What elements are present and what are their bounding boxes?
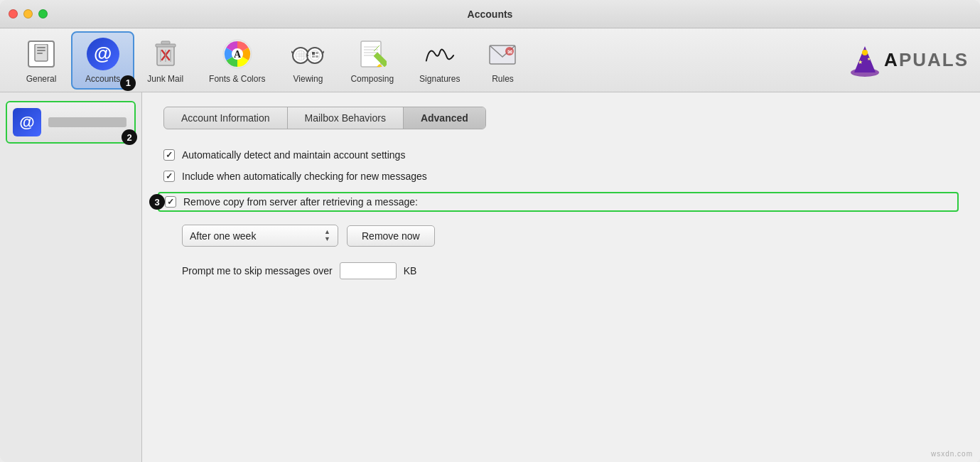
viewing-icon [291, 41, 324, 67]
after-one-week-dropdown[interactable]: After one week ▲ ▼ [182, 225, 338, 247]
junk-mail-icon [151, 38, 180, 70]
viewing-label: Viewing [294, 74, 323, 84]
main-panel: Account Information Mailbox Behaviors Ad… [142, 92, 980, 462]
dropdown-down-arrow: ▼ [324, 236, 330, 242]
tab-advanced[interactable]: Advanced [404, 107, 485, 129]
dropdown-stepper: ▲ ▼ [324, 229, 330, 242]
settings-section: Automatically detect and maintain accoun… [163, 149, 959, 279]
toolbar-item-rules[interactable]: ✉ Rules [473, 33, 532, 88]
logo-icon: ★ ★ [847, 43, 883, 78]
toolbar-item-general[interactable]: General [11, 33, 71, 88]
rules-icon-wrapper: ✉ [485, 37, 519, 71]
accounts-icon: @ [87, 38, 119, 70]
close-button[interactable] [9, 9, 18, 18]
toolbar-item-accounts[interactable]: @ Accounts 1 [71, 31, 134, 90]
window-title: Accounts [468, 9, 513, 20]
badge-1: 1 [120, 75, 136, 91]
svg-text:✉: ✉ [507, 49, 512, 55]
signatures-icon [423, 41, 457, 67]
prompt-label: Prompt me to skip messages over [182, 265, 333, 276]
composing-icon [358, 38, 387, 70]
checkbox-auto-detect[interactable] [163, 149, 175, 161]
svg-text:★: ★ [867, 57, 871, 61]
checkbox-remove-copy-label: Remove copy from server after retrieving… [183, 196, 418, 208]
svg-line-18 [291, 51, 293, 53]
tab-bar: Account Information Mailbox Behaviors Ad… [163, 107, 486, 129]
minimize-button[interactable] [23, 9, 33, 18]
fonts-colors-icon-wrapper: A [220, 37, 254, 71]
rules-label: Rules [492, 74, 514, 84]
svg-point-15 [293, 48, 308, 63]
svg-rect-3 [37, 53, 43, 54]
tab-mailbox-behaviors[interactable]: Mailbox Behaviors [288, 107, 404, 129]
rules-icon: ✉ [487, 38, 518, 70]
toolbar-item-composing[interactable]: Composing [338, 33, 406, 88]
general-icon-wrapper [24, 37, 58, 71]
junk-mail-icon-wrapper [149, 37, 183, 71]
svg-rect-27 [312, 52, 315, 55]
tab-account-information[interactable]: Account Information [164, 107, 288, 129]
viewing-icon-wrapper [291, 37, 325, 71]
svg-text:A: A [234, 49, 242, 60]
logo-text: APUALS [884, 49, 969, 71]
checkbox-auto-detect-label: Automatically detect and maintain accoun… [182, 149, 405, 161]
checkbox-include-checking-label: Include when automatically checking for … [182, 171, 427, 182]
content-area: @ 2 Account Information Mailbox Behavior… [0, 92, 980, 462]
badge-3: 3 [149, 194, 165, 210]
checkbox-row-2: Include when automatically checking for … [163, 171, 959, 182]
logo-area: ★ ★ APUALS [847, 43, 969, 78]
toolbar-item-viewing[interactable]: Viewing [278, 33, 338, 88]
maximize-button[interactable] [38, 9, 48, 18]
toolbar-item-fonts-colors[interactable]: A Fonts & Colors [196, 33, 278, 88]
accounts-label: Accounts [85, 74, 120, 84]
badge-2: 2 [122, 129, 137, 145]
prompt-row: Prompt me to skip messages over KB [182, 262, 959, 279]
general-icon [28, 41, 55, 68]
svg-point-44 [862, 50, 868, 55]
junk-mail-label: Junk Mail [147, 74, 183, 84]
title-bar: Accounts [0, 0, 980, 28]
svg-rect-1 [37, 47, 45, 48]
toolbar: General @ Accounts 1 [0, 28, 980, 92]
mail-preferences-window: Accounts General @ Acco [0, 0, 980, 462]
composing-label: Composing [350, 74, 394, 84]
svg-rect-28 [316, 52, 318, 54]
sidebar-account-item[interactable]: @ 2 [6, 101, 136, 144]
kb-label: KB [404, 265, 417, 276]
checkbox-include-checking[interactable] [163, 171, 175, 182]
accounts-icon-wrapper: @ [86, 37, 120, 71]
checkbox-row-1: Automatically detect and maintain accoun… [163, 149, 959, 161]
signatures-icon-wrapper [423, 37, 457, 71]
svg-line-19 [323, 51, 324, 53]
traffic-lights [9, 9, 48, 18]
toolbar-item-junk-mail[interactable]: Junk Mail [134, 33, 196, 88]
fonts-colors-icon: A [222, 38, 253, 70]
svg-rect-30 [316, 55, 318, 58]
dropdown-up-arrow: ▲ [324, 229, 330, 235]
signatures-label: Signatures [419, 74, 460, 84]
svg-text:★: ★ [858, 59, 863, 65]
skip-messages-input[interactable] [340, 262, 397, 279]
svg-rect-29 [312, 55, 315, 58]
composing-icon-wrapper [355, 37, 389, 71]
checkbox-row-3: 3 Remove copy from server after retrievi… [158, 192, 959, 212]
fonts-colors-label: Fonts & Colors [209, 74, 265, 84]
remove-now-button[interactable]: Remove now [347, 225, 435, 247]
sidebar-account-name [48, 117, 126, 127]
svg-rect-6 [161, 41, 170, 44]
toolbar-item-signatures[interactable]: Signatures [406, 33, 473, 88]
control-row-dropdown: After one week ▲ ▼ Remove now [182, 225, 959, 247]
general-label: General [26, 74, 57, 84]
sidebar: @ 2 [0, 92, 142, 462]
svg-rect-5 [156, 44, 176, 47]
svg-rect-2 [37, 50, 45, 51]
dropdown-value: After one week [190, 230, 256, 242]
watermark: wsxdn.com [931, 450, 973, 458]
sidebar-account-icon: @ [13, 108, 41, 136]
checkbox-remove-copy[interactable] [165, 196, 176, 208]
